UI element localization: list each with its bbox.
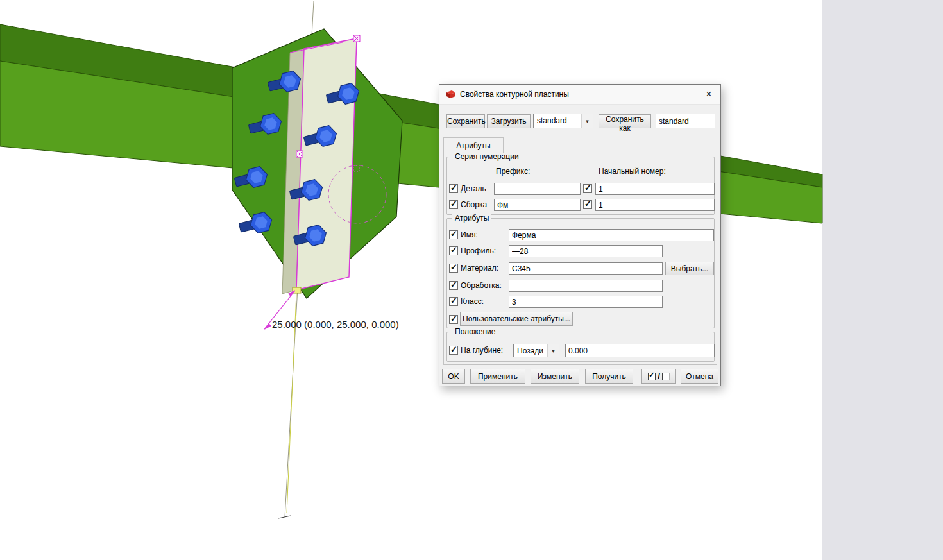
toggle-all-switch-button[interactable]: ✓ / [641, 369, 676, 384]
assembly-checkbox[interactable]: ✓ [449, 200, 458, 209]
plate-mid-handle[interactable] [296, 151, 303, 157]
user-attributes-button[interactable]: Пользовательские атрибуты... [460, 312, 573, 326]
depth-checkbox[interactable]: ✓ [449, 346, 458, 355]
save-button[interactable]: Сохранить [446, 114, 485, 128]
profile-label: Профиль: [461, 246, 496, 255]
apply-button[interactable]: Применить [470, 369, 525, 384]
attributes-tab-page: Серия нумерации Префикс: Начальный номер… [443, 153, 717, 365]
attributes-group: Атрибуты ✓ Имя: ✓ Профиль: ✓ Материал: В… [446, 218, 715, 328]
part-prefix-input[interactable] [494, 183, 581, 195]
assembly-label: Сборка [461, 200, 487, 209]
depth-input[interactable] [565, 344, 715, 357]
ok-button[interactable]: OK [442, 369, 465, 384]
save-as-button[interactable]: Сохранить как [599, 114, 651, 128]
preset-select[interactable]: standard ▾ [533, 114, 593, 128]
name-label: Имя: [461, 230, 478, 239]
material-checkbox[interactable]: ✓ [449, 264, 458, 273]
part-label: Деталь [461, 184, 486, 193]
prefix-header: Префикс: [496, 167, 530, 176]
numbering-group-legend: Серия нумерации [452, 152, 522, 162]
attributes-group-legend: Атрибуты [452, 214, 491, 223]
side-panel-strip [822, 0, 943, 560]
material-input[interactable] [509, 262, 663, 275]
user-attributes-checkbox[interactable]: ✓ [449, 315, 458, 324]
dialog-title: Свойства контурной пластины [460, 90, 569, 99]
preset-select-value: standard [537, 116, 567, 125]
class-checkbox[interactable]: ✓ [449, 297, 458, 306]
close-icon[interactable]: × [701, 87, 717, 102]
numbering-group: Серия нумерации Префикс: Начальный номер… [446, 157, 715, 215]
start-number-header: Начальный номер: [599, 167, 666, 176]
position-group: Положение ✓ На глубине: Позади ▾ [446, 332, 715, 362]
chevron-down-icon[interactable]: ▾ [581, 114, 593, 128]
cancel-button[interactable]: Отмена [681, 369, 718, 384]
tab-attributes-label: Атрибуты [456, 141, 490, 150]
part-start-input[interactable] [595, 183, 715, 195]
save-as-input[interactable] [656, 114, 715, 128]
profile-checkbox[interactable]: ✓ [449, 246, 458, 255]
tab-attributes[interactable]: Атрибуты [443, 137, 504, 153]
class-input[interactable] [509, 296, 663, 308]
part-start-checkbox[interactable]: ✓ [583, 184, 592, 193]
load-button[interactable]: Загрузить [487, 114, 531, 128]
class-label: Класс: [461, 297, 484, 306]
profile-input[interactable] [509, 245, 663, 257]
modify-button[interactable]: Изменить [531, 369, 579, 384]
position-group-legend: Положение [452, 327, 498, 337]
slash-icon: / [658, 371, 660, 381]
assembly-start-input[interactable] [595, 199, 715, 211]
dimension-text[interactable]: 25.000 (0.000, 25.000, 0.000) [272, 319, 399, 330]
finish-label: Обработка: [461, 281, 502, 290]
finish-input[interactable] [509, 280, 663, 292]
get-button[interactable]: Получить [585, 369, 633, 384]
depth-select-value: Позади [517, 346, 543, 355]
material-label: Материал: [461, 264, 498, 273]
checked-box-icon: ✓ [648, 373, 656, 380]
part-checkbox[interactable]: ✓ [449, 184, 458, 193]
depth-label: На глубине: [461, 346, 503, 355]
chevron-down-icon[interactable]: ▾ [547, 344, 559, 357]
depth-select[interactable]: Позади ▾ [513, 344, 559, 357]
contour-plate-properties-dialog: Свойства контурной пластины × Сохранить … [439, 84, 721, 386]
plate-corner-handle[interactable] [353, 35, 360, 42]
material-select-button[interactable]: Выбрать... [665, 262, 714, 275]
dialog-titlebar[interactable]: Свойства контурной пластины × [439, 85, 720, 105]
app-icon [446, 90, 456, 99]
finish-checkbox[interactable]: ✓ [449, 281, 458, 290]
assembly-prefix-input[interactable] [494, 199, 581, 211]
reference-tick [278, 516, 291, 518]
dimension[interactable]: 25.000 (0.000, 25.000, 0.000) [264, 290, 399, 330]
name-checkbox[interactable]: ✓ [449, 230, 458, 239]
unchecked-box-icon [662, 373, 670, 380]
name-input[interactable] [509, 229, 714, 241]
assembly-start-checkbox[interactable]: ✓ [583, 200, 592, 209]
